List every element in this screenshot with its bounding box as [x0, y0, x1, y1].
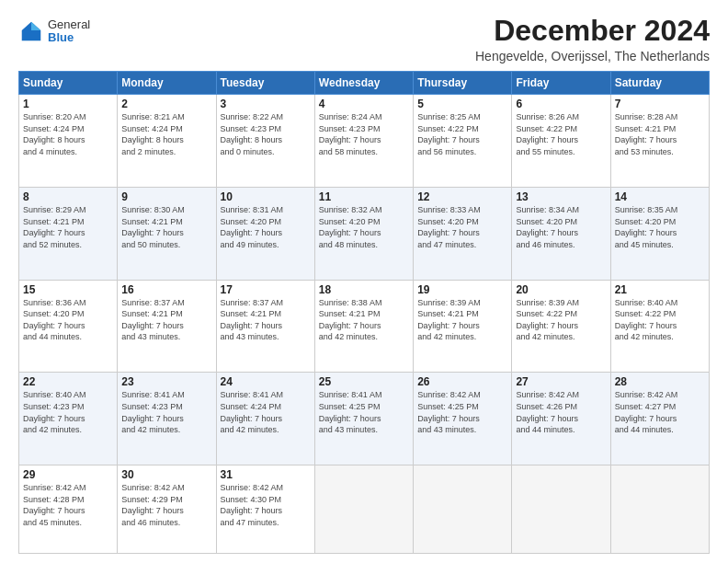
- col-saturday: Saturday: [610, 72, 709, 95]
- day-number: 3: [221, 98, 311, 110]
- day-number: 6: [516, 98, 606, 110]
- day-number: 12: [417, 190, 507, 203]
- day-info: Sunrise: 8:26 AMSunset: 4:22 PMDaylight:…: [516, 111, 606, 157]
- table-row: 18Sunrise: 8:38 AMSunset: 4:21 PMDayligh…: [314, 280, 413, 373]
- table-row: 12Sunrise: 8:33 AMSunset: 4:20 PMDayligh…: [414, 187, 512, 280]
- day-info: Sunrise: 8:41 AMSunset: 4:25 PMDaylight:…: [319, 389, 409, 435]
- calendar-table: Sunday Monday Tuesday Wednesday Thursday…: [18, 71, 710, 554]
- table-row: [414, 465, 512, 554]
- day-info: Sunrise: 8:33 AMSunset: 4:20 PMDaylight:…: [417, 204, 507, 250]
- day-number: 28: [615, 375, 705, 388]
- month-title: December 2024: [475, 15, 710, 47]
- table-row: [610, 465, 709, 554]
- day-info: Sunrise: 8:40 AMSunset: 4:22 PMDaylight:…: [615, 297, 705, 343]
- location-subtitle: Hengevelde, Overijssel, The Netherlands: [475, 49, 710, 63]
- day-info: Sunrise: 8:35 AMSunset: 4:20 PMDaylight:…: [615, 204, 705, 250]
- table-row: 20Sunrise: 8:39 AMSunset: 4:22 PMDayligh…: [512, 280, 610, 373]
- day-number: 16: [121, 283, 211, 296]
- header: General Blue December 2024 Hengevelde, O…: [18, 15, 710, 63]
- day-number: 11: [319, 190, 409, 203]
- day-info: Sunrise: 8:25 AMSunset: 4:22 PMDaylight:…: [417, 111, 507, 157]
- day-info: Sunrise: 8:42 AMSunset: 4:27 PMDaylight:…: [615, 389, 705, 435]
- day-number: 23: [121, 375, 211, 388]
- day-number: 13: [516, 190, 606, 203]
- day-number: 2: [121, 98, 211, 110]
- table-row: 25Sunrise: 8:41 AMSunset: 4:25 PMDayligh…: [314, 373, 413, 465]
- calendar-header-row: Sunday Monday Tuesday Wednesday Thursday…: [19, 72, 710, 95]
- day-number: 4: [319, 98, 409, 110]
- table-row: 1Sunrise: 8:20 AMSunset: 4:24 PMDaylight…: [19, 95, 118, 188]
- title-block: December 2024 Hengevelde, Overijssel, Th…: [475, 15, 710, 63]
- table-row: 14Sunrise: 8:35 AMSunset: 4:20 PMDayligh…: [610, 187, 709, 280]
- day-info: Sunrise: 8:29 AMSunset: 4:21 PMDaylight:…: [23, 204, 113, 250]
- day-info: Sunrise: 8:42 AMSunset: 4:29 PMDaylight:…: [121, 482, 211, 528]
- logo-blue-text: Blue: [48, 31, 90, 44]
- day-info: Sunrise: 8:41 AMSunset: 4:23 PMDaylight:…: [121, 389, 211, 435]
- day-info: Sunrise: 8:22 AMSunset: 4:23 PMDaylight:…: [221, 111, 311, 157]
- day-info: Sunrise: 8:42 AMSunset: 4:25 PMDaylight:…: [417, 389, 507, 435]
- calendar-week-1: 1Sunrise: 8:20 AMSunset: 4:24 PMDaylight…: [19, 95, 710, 188]
- day-number: 7: [615, 98, 705, 110]
- day-number: 15: [23, 283, 113, 296]
- calendar-week-4: 22Sunrise: 8:40 AMSunset: 4:23 PMDayligh…: [19, 373, 710, 465]
- col-monday: Monday: [118, 72, 216, 95]
- day-number: 27: [516, 375, 606, 388]
- table-row: 10Sunrise: 8:31 AMSunset: 4:20 PMDayligh…: [216, 187, 314, 280]
- logo-icon: [18, 18, 44, 44]
- day-number: 31: [221, 468, 311, 481]
- day-info: Sunrise: 8:30 AMSunset: 4:21 PMDaylight:…: [121, 204, 211, 250]
- table-row: 17Sunrise: 8:37 AMSunset: 4:21 PMDayligh…: [216, 280, 314, 373]
- logo-text: General Blue: [48, 18, 90, 45]
- table-row: 11Sunrise: 8:32 AMSunset: 4:20 PMDayligh…: [314, 187, 413, 280]
- day-info: Sunrise: 8:39 AMSunset: 4:22 PMDaylight:…: [516, 297, 606, 343]
- table-row: 8Sunrise: 8:29 AMSunset: 4:21 PMDaylight…: [19, 187, 118, 280]
- day-number: 18: [319, 283, 409, 296]
- day-info: Sunrise: 8:32 AMSunset: 4:20 PMDaylight:…: [319, 204, 409, 250]
- table-row: 7Sunrise: 8:28 AMSunset: 4:21 PMDaylight…: [610, 95, 709, 188]
- table-row: 21Sunrise: 8:40 AMSunset: 4:22 PMDayligh…: [610, 280, 709, 373]
- day-number: 19: [417, 283, 507, 296]
- day-info: Sunrise: 8:38 AMSunset: 4:21 PMDaylight:…: [319, 297, 409, 343]
- table-row: 23Sunrise: 8:41 AMSunset: 4:23 PMDayligh…: [118, 373, 216, 465]
- day-number: 24: [221, 375, 311, 388]
- table-row: 6Sunrise: 8:26 AMSunset: 4:22 PMDaylight…: [512, 95, 610, 188]
- svg-marker-1: [31, 22, 40, 30]
- day-number: 14: [615, 190, 705, 203]
- day-info: Sunrise: 8:21 AMSunset: 4:24 PMDaylight:…: [121, 111, 211, 157]
- day-info: Sunrise: 8:42 AMSunset: 4:26 PMDaylight:…: [516, 389, 606, 435]
- day-number: 21: [615, 283, 705, 296]
- table-row: 15Sunrise: 8:36 AMSunset: 4:20 PMDayligh…: [19, 280, 118, 373]
- day-info: Sunrise: 8:42 AMSunset: 4:30 PMDaylight:…: [221, 482, 311, 528]
- day-info: Sunrise: 8:41 AMSunset: 4:24 PMDaylight:…: [221, 389, 311, 435]
- day-info: Sunrise: 8:37 AMSunset: 4:21 PMDaylight:…: [121, 297, 211, 343]
- day-number: 17: [221, 283, 311, 296]
- table-row: 28Sunrise: 8:42 AMSunset: 4:27 PMDayligh…: [610, 373, 709, 465]
- calendar-week-5: 29Sunrise: 8:42 AMSunset: 4:28 PMDayligh…: [19, 465, 710, 554]
- table-row: 31Sunrise: 8:42 AMSunset: 4:30 PMDayligh…: [216, 465, 314, 554]
- day-info: Sunrise: 8:36 AMSunset: 4:20 PMDaylight:…: [23, 297, 113, 343]
- table-row: 5Sunrise: 8:25 AMSunset: 4:22 PMDaylight…: [414, 95, 512, 188]
- day-info: Sunrise: 8:24 AMSunset: 4:23 PMDaylight:…: [319, 111, 409, 157]
- table-row: [512, 465, 610, 554]
- day-number: 29: [23, 468, 113, 481]
- day-info: Sunrise: 8:42 AMSunset: 4:28 PMDaylight:…: [23, 482, 113, 528]
- table-row: 26Sunrise: 8:42 AMSunset: 4:25 PMDayligh…: [414, 373, 512, 465]
- table-row: 13Sunrise: 8:34 AMSunset: 4:20 PMDayligh…: [512, 187, 610, 280]
- col-sunday: Sunday: [19, 72, 118, 95]
- table-row: 3Sunrise: 8:22 AMSunset: 4:23 PMDaylight…: [216, 95, 314, 188]
- col-wednesday: Wednesday: [314, 72, 413, 95]
- day-number: 25: [319, 375, 409, 388]
- calendar-week-3: 15Sunrise: 8:36 AMSunset: 4:20 PMDayligh…: [19, 280, 710, 373]
- day-number: 26: [417, 375, 507, 388]
- page: General Blue December 2024 Hengevelde, O…: [0, 0, 728, 563]
- table-row: 16Sunrise: 8:37 AMSunset: 4:21 PMDayligh…: [118, 280, 216, 373]
- day-info: Sunrise: 8:31 AMSunset: 4:20 PMDaylight:…: [221, 204, 311, 250]
- table-row: 2Sunrise: 8:21 AMSunset: 4:24 PMDaylight…: [118, 95, 216, 188]
- day-info: Sunrise: 8:20 AMSunset: 4:24 PMDaylight:…: [23, 111, 113, 157]
- col-tuesday: Tuesday: [216, 72, 314, 95]
- day-info: Sunrise: 8:39 AMSunset: 4:21 PMDaylight:…: [417, 297, 507, 343]
- table-row: 4Sunrise: 8:24 AMSunset: 4:23 PMDaylight…: [314, 95, 413, 188]
- day-number: 10: [221, 190, 311, 203]
- day-number: 8: [23, 190, 113, 203]
- day-number: 9: [121, 190, 211, 203]
